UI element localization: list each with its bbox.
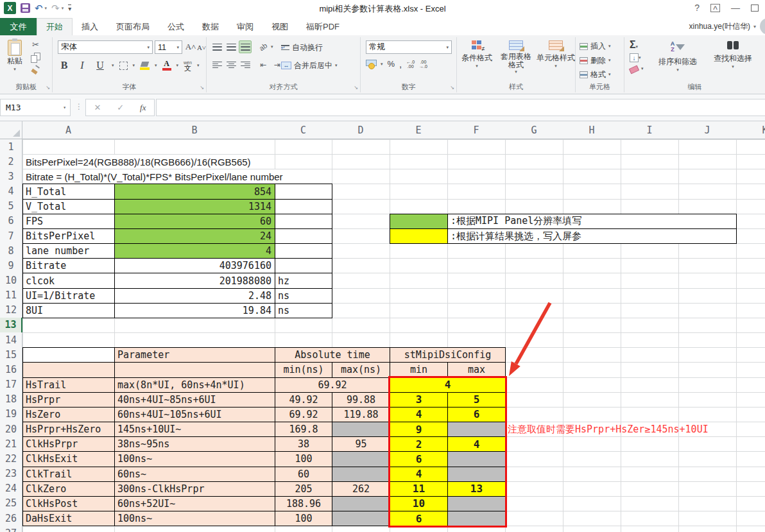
format-painter-icon[interactable] — [31, 65, 40, 74]
cell-D24[interactable]: 262 — [332, 481, 390, 497]
paste-button[interactable]: 粘贴 ▾ — [2, 40, 28, 72]
row-header-19[interactable]: 19 — [0, 407, 22, 422]
borders-caret-icon[interactable]: ▾ — [133, 63, 135, 68]
cell-C8[interactable] — [275, 243, 332, 259]
percent-style-icon[interactable]: % — [388, 59, 395, 69]
cell-F21[interactable]: 4 — [447, 436, 506, 452]
minimize-icon[interactable]: — — [731, 3, 740, 13]
cell-styles-button[interactable]: 单元格样式 ▾ — [537, 40, 575, 69]
cell-A20[interactable]: HsPrpr+HsZero — [22, 422, 115, 437]
row-header-8[interactable]: 8 — [0, 243, 22, 259]
row-header-25[interactable]: 25 — [0, 496, 22, 511]
number-format-dropdown[interactable]: 常规▾ — [366, 40, 452, 54]
cell-B8[interactable]: 4 — [114, 243, 275, 259]
cell-B15[interactable]: Parameter — [114, 347, 275, 363]
cell-C10[interactable]: hz — [275, 273, 332, 288]
cell-C7[interactable] — [275, 228, 332, 244]
cell-E22[interactable]: 6 — [390, 451, 448, 467]
row-header-24[interactable]: 24 — [0, 481, 22, 497]
select-all-corner[interactable] — [0, 121, 22, 139]
row-header-27[interactable]: 27 — [0, 526, 22, 532]
phonetic-guide-icon[interactable]: wén文 — [184, 60, 192, 71]
increase-decimal-icon[interactable]: ←.0 .00 — [406, 60, 415, 69]
cell-E23[interactable]: 4 — [390, 467, 448, 482]
cell-B6[interactable]: 60 — [114, 214, 275, 229]
cancel-entry-icon[interactable]: ✕ — [94, 103, 101, 112]
decrease-decimal-icon[interactable]: .00 →.0 — [419, 60, 427, 69]
merge-center-button[interactable]: ↔ 合并后居中 ▾ — [281, 58, 338, 73]
cell-F23[interactable] — [447, 467, 506, 482]
cell-E15-F15[interactable]: stMipiDsiConfig — [390, 347, 506, 363]
cell-B5[interactable]: 1314 — [114, 199, 275, 214]
row-header-10[interactable]: 10 — [0, 273, 22, 288]
cell-A2[interactable]: BitsPerPixel=24(RGB888)/18(RGB666)/16(RG… — [24, 155, 253, 169]
cell-B7[interactable]: 24 — [114, 228, 275, 244]
clipboard-dialog-launcher[interactable]: ↘ — [46, 85, 50, 90]
cell-C17-D17[interactable]: 69.92 — [275, 377, 390, 393]
format-as-table-button[interactable]: 套用表格格式 ▾ — [497, 40, 535, 74]
align-bottom-icon[interactable] — [239, 40, 252, 53]
cell-F16[interactable]: max — [447, 362, 506, 377]
align-right-icon[interactable] — [239, 58, 252, 71]
cell-A21[interactable]: ClkHsPrpr — [22, 436, 115, 452]
cell-C6[interactable] — [275, 214, 332, 229]
cell-C12[interactable]: ns — [275, 303, 332, 318]
number-dialog-launcher[interactable]: ↘ — [450, 85, 454, 90]
cell-F20[interactable] — [447, 422, 506, 437]
redo-icon[interactable]: ↷ — [51, 3, 60, 13]
row-header-9[interactable]: 9 — [0, 258, 22, 273]
row-header-23[interactable]: 23 — [0, 467, 22, 482]
worksheet-grid[interactable]: BitsPerPixel=24(RGB888)/18(RGB666)/16(RG… — [0, 121, 765, 532]
cell-C16[interactable]: min(ns) — [275, 362, 332, 377]
cell-C22[interactable]: 100 — [275, 451, 332, 467]
cell-E24[interactable]: 11 — [390, 481, 448, 497]
alignment-dialog-launcher[interactable]: ↘ — [354, 85, 358, 90]
cell-C11[interactable]: ns — [275, 288, 332, 304]
row-header-22[interactable]: 22 — [0, 451, 22, 467]
help-icon[interactable]: ? — [694, 3, 700, 13]
underline-caret-icon[interactable]: ▾ — [112, 63, 114, 68]
cell-A6[interactable]: FPS — [22, 214, 115, 229]
row-header-6[interactable]: 6 — [0, 214, 22, 229]
cell-B19[interactable]: 60ns+4UI~105ns+6UI — [114, 407, 275, 422]
row-header-13[interactable]: 13 — [0, 318, 22, 333]
undo-icon[interactable]: ↶ — [35, 3, 43, 13]
cell-A10[interactable]: clcok — [22, 273, 115, 288]
conditional-formatting-button[interactable]: ≠ 条件格式 ▾ — [458, 40, 495, 69]
cell-C25[interactable]: 188.96 — [275, 496, 332, 511]
cell-D23[interactable] — [332, 467, 390, 482]
cell-B22[interactable]: 100ns~ — [114, 451, 275, 467]
comma-style-icon[interactable]: , — [399, 58, 402, 69]
cell-A8[interactable]: lane number — [22, 243, 115, 259]
cell-A18[interactable]: HsPrpr — [22, 392, 115, 408]
phonetic-caret-icon[interactable]: ▾ — [197, 63, 200, 68]
qat-customize-icon[interactable]: ▾ — [68, 4, 71, 12]
row-header-5[interactable]: 5 — [0, 199, 22, 214]
insert-function-icon[interactable]: fx — [140, 103, 146, 113]
align-middle-icon[interactable] — [225, 40, 237, 53]
account-menu[interactable]: xinhua.ye(叶信华) ▾ — [689, 21, 756, 32]
cell-A7[interactable]: BitsPerPixel — [22, 228, 115, 244]
cell-E16[interactable]: min — [390, 362, 448, 377]
cell-B21[interactable]: 38ns~95ns — [114, 436, 275, 452]
name-box-caret-icon[interactable]: ▾ — [63, 105, 66, 110]
cell-E17-F17[interactable]: 4 — [390, 377, 506, 393]
cell-C24[interactable]: 205 — [275, 481, 332, 497]
font-dialog-launcher[interactable]: ↘ — [200, 85, 204, 90]
accounting-format-icon[interactable] — [366, 60, 376, 68]
cell-C20[interactable]: 169.8 — [275, 422, 332, 437]
cell-A11[interactable]: UI=1/Bitrate — [22, 288, 115, 304]
font-name-dropdown[interactable]: 宋体▾ — [58, 40, 153, 54]
cell-A3[interactable]: Bitrate = (H_Total)*(V_Total)*FPS* BitsP… — [24, 169, 285, 184]
undo-caret-icon[interactable]: ▾ — [45, 6, 47, 11]
cell-C23[interactable]: 60 — [275, 467, 332, 482]
row-header-1[interactable]: 1 — [0, 139, 22, 155]
column-header-C[interactable]: C — [275, 121, 332, 139]
column-header-D[interactable]: D — [332, 121, 390, 139]
format-cells-button[interactable]: 格式▾ — [580, 67, 611, 82]
cell-B16[interactable] — [114, 362, 275, 377]
sort-filter-button[interactable]: AZ 排序和筛选 ▾ — [653, 41, 703, 73]
row-header-17[interactable]: 17 — [0, 377, 22, 393]
italic-button[interactable]: I — [76, 59, 89, 72]
cell-F25[interactable] — [447, 496, 506, 511]
